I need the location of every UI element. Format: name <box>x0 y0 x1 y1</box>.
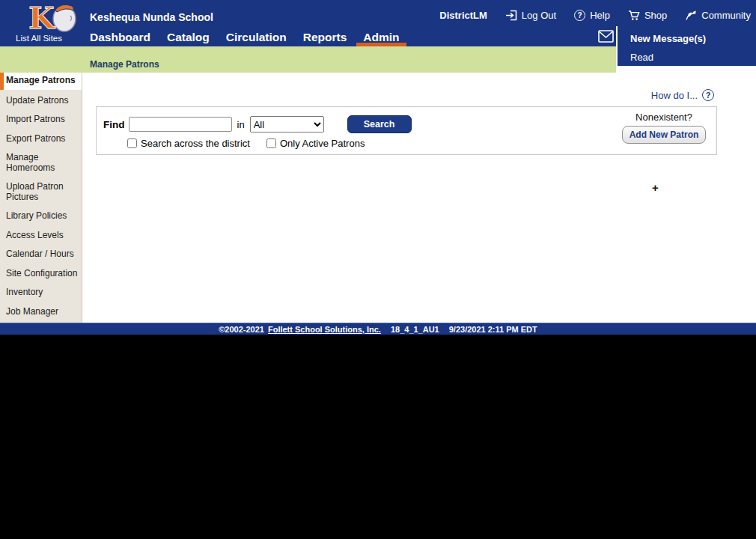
how-do-i-link[interactable]: How do I... ? <box>651 89 714 101</box>
only-active-patrons-checkbox[interactable] <box>266 138 276 148</box>
help-icon: ? <box>574 10 585 21</box>
tab-reports[interactable]: Reports <box>303 31 347 44</box>
tab-admin[interactable]: Admin <box>363 31 399 44</box>
only-active-patrons-label: Only Active Patrons <box>280 138 365 149</box>
school-logo[interactable]: K <box>27 1 81 34</box>
find-row: Find in All Search <box>103 115 412 133</box>
svg-text:K: K <box>28 1 55 34</box>
timestamp-text: 9/23/2021 2:11 PM EDT <box>449 325 537 334</box>
sidebar-item-access-levels[interactable]: Access Levels <box>0 226 82 246</box>
main-nav: Dashboard Catalog Circulation Reports Ad… <box>90 31 400 44</box>
menu-item-read[interactable]: Read <box>630 52 653 63</box>
utility-bar: DistrictLM Log Out ? Help <box>439 10 751 21</box>
breadcrumb: Manage Patrons <box>90 59 159 70</box>
sidebar-item-job-manager[interactable]: Job Manager <box>0 302 82 322</box>
search-scope-select[interactable]: All <box>250 116 324 133</box>
version-text: 18_4_1_AU1 <box>391 325 439 334</box>
admin-sidebar: Manage Patrons Update Patrons Import Pat… <box>0 73 82 323</box>
community-leaf-icon <box>685 10 697 21</box>
sidebar-item-calendar-hours[interactable]: Calendar / Hours <box>0 245 82 264</box>
school-name: Keshequa Nunda School <box>90 11 213 23</box>
app-window: K List All Sites Keshequa Nunda School D… <box>0 0 756 335</box>
messages-envelope-button[interactable] <box>598 30 614 46</box>
community-link[interactable]: Community <box>685 10 751 21</box>
logout-label: Log Out <box>522 10 556 21</box>
sidebar-item-export-patrons[interactable]: Export Patrons <box>0 130 82 149</box>
tab-dashboard[interactable]: Dashboard <box>90 31 150 44</box>
in-label: in <box>237 119 245 130</box>
shop-link[interactable]: Shop <box>628 10 667 21</box>
copyright-text: ©2002-2021 <box>219 325 264 334</box>
sidebar-item-manage-homerooms[interactable]: Manage Homerooms <box>0 148 82 177</box>
how-do-i-label: How do I... <box>651 90 698 101</box>
active-patrons-checkbox-group: Only Active Patrons <box>266 138 365 149</box>
sidebar-item-inventory[interactable]: Inventory <box>0 283 82 302</box>
patron-search-panel: Find in All Search Search across the dis… <box>96 106 717 155</box>
help-label: Help <box>590 10 610 21</box>
add-patron-block: Nonexistent? Add New Patron <box>621 112 707 144</box>
find-label: Find <box>103 119 125 130</box>
tab-catalog[interactable]: Catalog <box>167 31 210 44</box>
shop-cart-icon <box>628 10 640 21</box>
mouse-cursor-crosshair: + <box>652 181 659 194</box>
nonexistent-label: Nonexistent? <box>621 112 707 123</box>
shop-label: Shop <box>644 10 667 21</box>
envelope-icon <box>598 30 614 43</box>
tab-circulation[interactable]: Circulation <box>226 31 287 44</box>
community-label: Community <box>701 10 751 21</box>
search-district-label: Search across the district <box>141 138 250 149</box>
sidebar-item-update-patrons[interactable]: Update Patrons <box>0 91 82 111</box>
search-options-row: Search across the district Only Active P… <box>127 138 365 149</box>
add-new-patron-button[interactable]: Add New Patron <box>622 126 707 144</box>
logout-link[interactable]: Log Out <box>505 10 556 21</box>
sidebar-item-library-policies[interactable]: Library Policies <box>0 207 82 226</box>
search-button[interactable]: Search <box>347 115 412 133</box>
screen: K List All Sites Keshequa Nunda School D… <box>0 0 756 539</box>
follett-company-link[interactable]: Follett School Solutions, Inc. <box>268 325 381 334</box>
district-checkbox-group: Search across the district <box>127 138 250 149</box>
sidebar-item-import-patrons[interactable]: Import Patrons <box>0 110 82 130</box>
mascot-logo-icon: K <box>27 1 81 34</box>
search-district-checkbox[interactable] <box>127 138 137 148</box>
find-input[interactable] <box>129 117 232 132</box>
sidebar-item-site-configuration[interactable]: Site Configuration <box>0 264 82 284</box>
sidebar-item-manage-patrons[interactable]: Manage Patrons <box>0 73 82 90</box>
sidebar-item-upload-patron-pictures[interactable]: Upload Patron Pictures <box>0 177 82 207</box>
question-circle-icon: ? <box>702 89 714 101</box>
menu-item-new-messages[interactable]: New Message(s) <box>630 33 706 44</box>
logout-icon <box>505 10 517 21</box>
footer-bar: ©2002-2021 Follett School Solutions, Inc… <box>0 323 756 335</box>
messages-dropdown: New Message(s) Read <box>616 26 756 66</box>
breadcrumb-bar: Manage Patrons <box>0 46 616 73</box>
copyright-group: ©2002-2021 Follett School Solutions, Inc… <box>219 325 381 334</box>
list-all-sites-link[interactable]: List All Sites <box>16 34 62 43</box>
district-label: DistrictLM <box>439 10 487 21</box>
help-link[interactable]: ? Help <box>574 10 610 21</box>
